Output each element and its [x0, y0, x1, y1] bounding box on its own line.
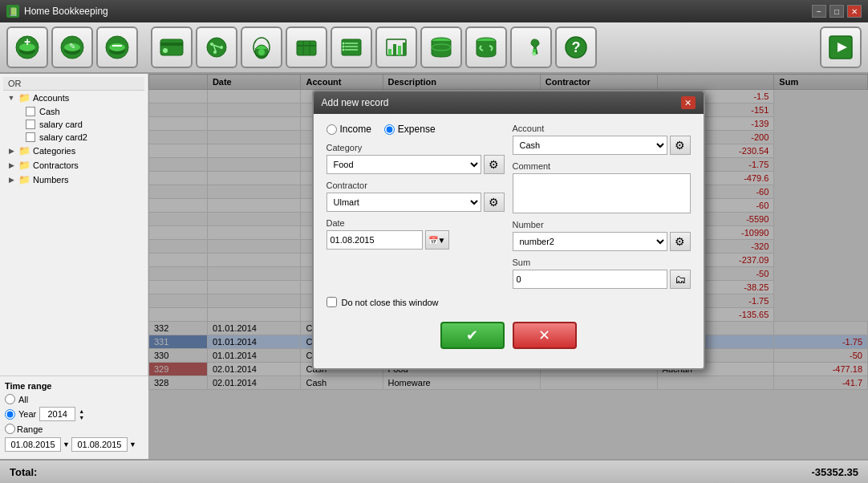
- sidebar-item-numbers[interactable]: ▶ 📁 Numbers: [3, 172, 144, 187]
- comment-input[interactable]: [513, 173, 691, 213]
- income-label: Income: [340, 124, 371, 135]
- title-bar: 📗 Home Bookkeeping − □ ✕: [0, 0, 868, 22]
- svg-rect-39: [403, 43, 406, 55]
- help-button[interactable]: ?: [555, 26, 597, 68]
- minimize-button[interactable]: −: [812, 5, 826, 18]
- all-option[interactable]: All: [5, 394, 144, 404]
- expense-option[interactable]: Expense: [384, 124, 436, 135]
- cancel-icon: ✕: [538, 327, 550, 344]
- edit-record-button[interactable]: ✎: [51, 26, 93, 68]
- dialog-footer: ✔ ✕: [327, 315, 691, 359]
- maximize-button[interactable]: □: [829, 5, 844, 18]
- salary-card-label: salary card: [39, 120, 83, 129]
- accounts-button[interactable]: [151, 26, 193, 68]
- income-radio[interactable]: [327, 124, 337, 135]
- close-button[interactable]: ✕: [847, 5, 862, 18]
- expense-radio[interactable]: [384, 124, 395, 135]
- no-close-checkbox[interactable]: [327, 297, 337, 307]
- range-from-input[interactable]: [5, 437, 61, 452]
- add-record-dialog: Add new record ✕ Income: [312, 90, 705, 370]
- budgets-button[interactable]: [286, 26, 327, 68]
- tags-button[interactable]: [196, 26, 237, 68]
- date-picker-button[interactable]: 📅▼: [425, 230, 449, 250]
- sidebar-item-contractors[interactable]: ▶ 📁 Contractors: [3, 158, 144, 172]
- svg-rect-37: [393, 44, 396, 55]
- ok-button[interactable]: ✔: [440, 322, 505, 349]
- svg-rect-38: [398, 46, 401, 55]
- app-title: Home Bookkeeping: [24, 6, 812, 17]
- range-inputs: ▼ ▼: [5, 437, 136, 452]
- sum-calc-button[interactable]: 🗂: [670, 270, 691, 289]
- range-option[interactable]: Range ▼ ▼: [5, 424, 144, 452]
- svg-point-23: [258, 49, 265, 55]
- sidebar-item-accounts[interactable]: ▼ 📁 Accounts: [3, 91, 144, 105]
- income-option[interactable]: Income: [327, 124, 371, 135]
- cancel-button[interactable]: ✕: [513, 322, 577, 349]
- total-label: Total:: [10, 466, 37, 478]
- numbers-folder-icon: 📁: [18, 174, 30, 185]
- contractor-gear-button[interactable]: ⚙: [484, 193, 505, 212]
- categories-expand-icon: ▶: [6, 146, 16, 156]
- category-gear-button[interactable]: ⚙: [484, 155, 505, 174]
- sidebar-item-categories[interactable]: ▶ 📁 Categories: [3, 144, 144, 158]
- list-button[interactable]: [331, 26, 372, 68]
- categories-label: Categories: [33, 146, 75, 156]
- salary-card2-label: salary card2: [39, 132, 87, 142]
- contractor-select[interactable]: Ulmart Auchan Dixie: [327, 193, 481, 212]
- exit-button[interactable]: [820, 26, 862, 68]
- year-option[interactable]: Year ▲ ▼: [5, 407, 144, 421]
- tools-button[interactable]: [510, 26, 552, 68]
- all-radio[interactable]: [5, 394, 15, 404]
- type-radio-group: Income Expense: [327, 124, 505, 135]
- date-field-row: 📅▼: [327, 230, 505, 250]
- range-to-input[interactable]: [71, 437, 128, 452]
- chart-button[interactable]: [375, 26, 417, 68]
- dialog-close-button[interactable]: ✕: [681, 96, 696, 109]
- numbers-label: Numbers: [33, 175, 69, 185]
- svg-point-34: [343, 49, 345, 51]
- window-controls: − □ ✕: [812, 5, 862, 18]
- network-button[interactable]: [241, 26, 282, 68]
- cash-checkbox[interactable]: [26, 107, 35, 116]
- sidebar-item-salary-card2[interactable]: salary card2: [3, 131, 144, 144]
- svg-point-14: [163, 48, 168, 53]
- delete-record-button[interactable]: [96, 26, 138, 68]
- date-input[interactable]: [327, 230, 423, 250]
- no-close-row: Do not close this window: [327, 297, 691, 307]
- database-button[interactable]: [420, 26, 462, 68]
- range-radio[interactable]: [5, 424, 15, 434]
- svg-text:?: ?: [572, 39, 581, 55]
- salary-card-checkbox[interactable]: [26, 120, 35, 129]
- time-range-title: Time range: [5, 381, 144, 391]
- add-record-button[interactable]: +: [6, 26, 48, 68]
- contractors-folder-icon: 📁: [18, 160, 30, 171]
- filter-label: OR: [8, 79, 22, 88]
- number-gear-button[interactable]: ⚙: [670, 232, 691, 251]
- salary-card2-checkbox[interactable]: [26, 132, 35, 142]
- sum-input[interactable]: [513, 270, 667, 289]
- number-select[interactable]: number1 number2 number3: [513, 232, 667, 251]
- expand-icon: ▼: [6, 93, 16, 103]
- contractors-label: Contractors: [33, 160, 79, 170]
- sidebar-item-salary-card[interactable]: salary card: [3, 118, 144, 131]
- account-gear-button[interactable]: ⚙: [670, 136, 691, 155]
- svg-rect-24: [297, 41, 316, 55]
- sidebar-item-cash[interactable]: Cash: [3, 105, 144, 118]
- year-input[interactable]: [39, 407, 75, 421]
- account-select[interactable]: Cash salary card salary card2: [513, 136, 667, 155]
- svg-point-32: [343, 43, 345, 45]
- dialog-body: Income Expense Category Food: [314, 114, 704, 368]
- categories-folder-icon: 📁: [18, 145, 30, 156]
- content-area: Date Account Description Contractor Sum …: [148, 74, 868, 459]
- year-radio[interactable]: [5, 409, 15, 420]
- category-select[interactable]: Food Homeware narcotics: [327, 155, 481, 174]
- folder-icon: 📁: [18, 92, 30, 104]
- sync-button[interactable]: [465, 26, 507, 68]
- sum-label-text: Sum: [513, 258, 691, 267]
- svg-text:+: +: [24, 35, 30, 48]
- main-area: OR ▼ 📁 Accounts Cash salary card salary …: [0, 74, 868, 459]
- year-spinner[interactable]: ▲ ▼: [79, 408, 84, 420]
- app-icon: 📗: [6, 5, 19, 18]
- range-label: Range: [17, 424, 43, 434]
- svg-point-17: [220, 46, 223, 49]
